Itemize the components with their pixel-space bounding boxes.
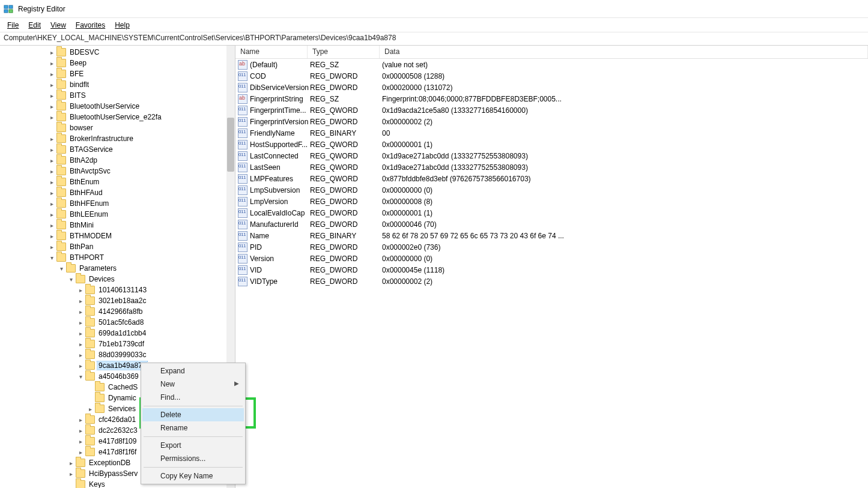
tree-item[interactable]: ▾Parameters [0, 263, 235, 274]
chevron-right-icon[interactable]: ▸ [48, 146, 55, 153]
value-row[interactable]: HostSupportedF...REG_QWORD0x00000001 (1) [235, 139, 868, 150]
chevron-right-icon[interactable]: ▸ [77, 341, 84, 348]
col-type[interactable]: Type [308, 46, 380, 58]
cm-export[interactable]: Export [142, 439, 244, 452]
chevron-down-icon[interactable]: ▾ [48, 255, 55, 261]
cm-permissions[interactable]: Permissions... [142, 452, 244, 465]
chevron-right-icon[interactable]: ▸ [77, 449, 84, 456]
menu-view[interactable]: View [46, 20, 71, 31]
tree-item[interactable]: ▸BthA2dp [0, 155, 235, 166]
col-data[interactable]: Data [380, 46, 868, 58]
values-list[interactable]: (Default)REG_SZ(value not set)CODREG_DWO… [235, 59, 868, 488]
value-row[interactable]: VIDTypeREG_DWORD0x00000002 (2) [235, 276, 868, 287]
tree-item[interactable]: ▸7b1eb1739cdf [0, 339, 235, 349]
value-row[interactable]: CODREG_DWORD0x00000508 (1288) [235, 70, 868, 82]
tree-item[interactable]: ▸BluetoothUserService_e22fa [0, 112, 235, 122]
value-row[interactable]: FriendlyNameREG_BINARY00 [235, 127, 868, 139]
chevron-right-icon[interactable]: ▸ [77, 427, 84, 434]
cm-copy-key-name[interactable]: Copy Key Name [142, 469, 244, 483]
chevron-right-icon[interactable]: ▸ [77, 438, 84, 445]
value-row[interactable]: DibServiceVersionREG_DWORD0x00020000 (13… [235, 82, 868, 93]
tree-item[interactable]: ▸BluetoothUserService [0, 101, 235, 112]
cm-new[interactable]: New▶ [142, 378, 244, 391]
tree-item[interactable]: ▸BTAGService [0, 144, 235, 155]
chevron-down-icon[interactable]: ▾ [58, 265, 65, 272]
cm-delete[interactable]: Delete [142, 408, 244, 421]
tree-item[interactable]: ▸BthHFAud [0, 187, 235, 198]
menu-favorites[interactable]: Favorites [71, 20, 110, 31]
chevron-right-icon[interactable]: ▸ [48, 168, 55, 175]
chevron-right-icon[interactable]: ▸ [48, 103, 55, 110]
chevron-right-icon[interactable]: ▸ [77, 363, 84, 369]
value-row[interactable]: LastSeenREG_QWORD0x1d9ace271abc0dd (1333… [235, 161, 868, 173]
value-row[interactable]: LmpSubversionREG_DWORD0x00000000 (0) [235, 184, 868, 196]
menu-help[interactable]: Help [110, 20, 135, 31]
chevron-right-icon[interactable]: ▸ [67, 471, 74, 477]
tree-item[interactable]: ▸BthHFEnum [0, 198, 235, 209]
chevron-right-icon[interactable]: ▸ [48, 49, 55, 56]
value-row[interactable]: PIDREG_DWORD0x000002e0 (736) [235, 241, 868, 253]
chevron-right-icon[interactable]: ▸ [77, 319, 84, 326]
col-name[interactable]: Name [235, 46, 308, 58]
chevron-right-icon[interactable]: ▸ [48, 136, 55, 142]
tree-item[interactable]: bowser [0, 122, 235, 133]
value-row[interactable]: FingerprintVersionREG_DWORD0x00000002 (2… [235, 116, 868, 127]
chevron-right-icon[interactable]: ▸ [77, 330, 84, 337]
tree-item[interactable]: ▸4142966fa8fb [0, 306, 235, 317]
tree-item[interactable]: ▾Devices [0, 274, 235, 285]
tree-item[interactable]: ▸BthPan [0, 241, 235, 252]
chevron-right-icon[interactable]: ▸ [77, 352, 84, 358]
cm-rename[interactable]: Rename [142, 421, 244, 435]
chevron-right-icon[interactable]: ▸ [67, 460, 74, 466]
chevron-right-icon[interactable]: ▸ [48, 211, 55, 218]
tree-item[interactable]: ▸BFE [0, 68, 235, 79]
value-row[interactable]: FingerprintTime...REG_QWORD0x1d9acda21ce… [235, 104, 868, 116]
chevron-right-icon[interactable]: ▸ [48, 233, 55, 239]
value-row[interactable]: LMPFeaturesREG_QWORD0x877bfddbfe8d3ebf (… [235, 173, 868, 184]
tree-item[interactable]: ▸BthAvctpSvc [0, 166, 235, 176]
chevron-right-icon[interactable]: ▸ [86, 406, 94, 412]
value-row[interactable]: VersionREG_DWORD0x00000000 (0) [235, 253, 868, 264]
tree-item[interactable]: ▸699da1d1cbb4 [0, 328, 235, 339]
cm-find[interactable]: Find... [142, 391, 244, 404]
tree-item[interactable]: ▸BTHMODEM [0, 230, 235, 241]
tree-item[interactable]: ▸88d03999033c [0, 349, 235, 360]
value-row[interactable]: NameREG_BINARY58 62 6f 78 20 57 69 72 65… [235, 230, 868, 241]
chevron-right-icon[interactable]: ▸ [48, 157, 55, 164]
tree-item[interactable]: ▸BrokerInfrastructure [0, 133, 235, 144]
chevron-right-icon[interactable]: ▸ [48, 92, 55, 99]
tree-item[interactable]: ▸BthMini [0, 220, 235, 230]
value-row[interactable]: ManufacturerIdREG_DWORD0x00000046 (70) [235, 218, 868, 230]
chevron-down-icon[interactable]: ▾ [67, 276, 74, 283]
tree-item[interactable]: ▸Beep [0, 58, 235, 68]
chevron-right-icon[interactable]: ▸ [77, 417, 84, 423]
chevron-right-icon[interactable]: ▸ [48, 244, 55, 250]
chevron-right-icon[interactable]: ▸ [77, 298, 84, 304]
tree-item[interactable]: ▾BTHPORT [0, 252, 235, 263]
value-row[interactable]: FingerprintStringREG_SZFingerprint:08;00… [235, 93, 868, 104]
tree-item[interactable]: ▸101406131143 [0, 285, 235, 295]
chevron-right-icon[interactable]: ▸ [77, 287, 84, 294]
cm-expand[interactable]: Expand [142, 364, 244, 378]
tree-item[interactable]: ▸BthLEEnum [0, 209, 235, 220]
chevron-right-icon[interactable]: ▸ [48, 179, 55, 185]
menu-edit[interactable]: Edit [23, 20, 46, 31]
value-row[interactable]: (Default)REG_SZ(value not set) [235, 59, 868, 70]
value-row[interactable]: LmpVersionREG_DWORD0x00000008 (8) [235, 196, 868, 207]
tree-item[interactable]: ▸BDESVC [0, 47, 235, 58]
chevron-right-icon[interactable]: ▸ [77, 309, 84, 315]
chevron-down-icon[interactable]: ▾ [77, 373, 84, 380]
value-row[interactable]: VIDREG_DWORD0x0000045e (1118) [235, 264, 868, 276]
chevron-right-icon[interactable]: ▸ [48, 71, 55, 77]
scroll-thumb[interactable] [227, 118, 234, 172]
chevron-right-icon[interactable]: ▸ [48, 60, 55, 67]
chevron-right-icon[interactable]: ▸ [48, 190, 55, 196]
chevron-right-icon[interactable]: ▸ [48, 82, 55, 88]
tree-item[interactable]: ▸501ac5fc6ad8 [0, 317, 235, 328]
chevron-right-icon[interactable]: ▸ [48, 222, 55, 229]
tree-item[interactable]: ▸BthEnum [0, 176, 235, 187]
tree-item[interactable]: ▸3021eb18aa2c [0, 295, 235, 306]
tree-item[interactable]: ▸BITS [0, 90, 235, 101]
value-row[interactable]: LocalEvaIdIoCapREG_DWORD0x00000001 (1) [235, 207, 868, 218]
tree-item[interactable]: ▸bindflt [0, 79, 235, 90]
